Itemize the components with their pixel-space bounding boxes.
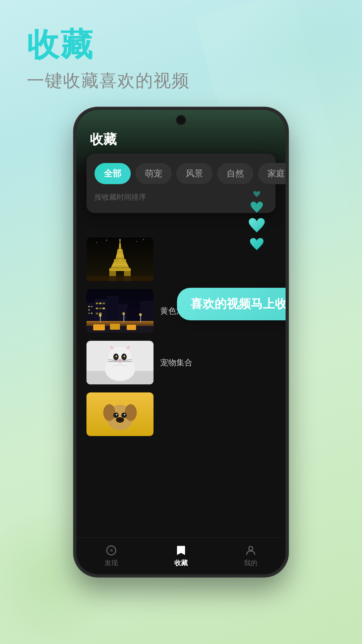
nav-label-discover: 发现 [105, 558, 118, 568]
eiffel-image [86, 237, 154, 281]
svg-rect-27 [99, 303, 102, 304]
video-thumb-3 [86, 341, 154, 384]
compass-icon [105, 544, 117, 556]
svg-rect-23 [88, 313, 90, 314]
svg-rect-20 [88, 306, 90, 307]
tooltip-bubble: 喜欢的视频马上收藏 [177, 288, 286, 320]
svg-rect-47 [140, 315, 141, 323]
svg-rect-28 [103, 303, 105, 304]
heart-large [248, 217, 265, 234]
main-title: 收藏 [27, 27, 190, 62]
svg-point-80 [120, 418, 123, 420]
svg-point-77 [124, 414, 125, 415]
phone-screen: 收藏 全部 萌宠 风景 自然 家庭 按收藏时间排序 [76, 110, 286, 574]
svg-rect-42 [127, 325, 136, 330]
video-item-1[interactable] [86, 237, 276, 281]
screen-title-bar: 收藏 [90, 130, 117, 149]
svg-rect-45 [123, 314, 124, 323]
person-icon [245, 544, 257, 556]
video-info-3: 宠物集合 [154, 357, 276, 368]
svg-rect-29 [96, 308, 98, 309]
heart-medium-2 [249, 237, 264, 252]
category-tabs: 全部 萌宠 风景 自然 家庭 [95, 163, 267, 184]
svg-point-1 [96, 242, 97, 243]
bookmark-icon [175, 544, 187, 556]
heart-small-1 [253, 191, 260, 198]
svg-point-48 [139, 313, 142, 316]
tab-nature[interactable]: 自然 [217, 163, 253, 184]
svg-point-84 [249, 546, 253, 550]
tab-scenery[interactable]: 风景 [176, 163, 213, 184]
video-item-3[interactable]: 宠物集合 [86, 341, 276, 384]
nav-label-favorites: 收藏 [174, 558, 188, 568]
tab-family[interactable]: 家庭 [258, 163, 286, 184]
svg-rect-14 [86, 276, 154, 281]
svg-rect-22 [88, 309, 90, 311]
phone-mockup: 收藏 全部 萌宠 风景 自然 家庭 按收藏时间排序 [74, 107, 288, 577]
hearts-container [248, 191, 265, 252]
phone-frame: 收藏 全部 萌宠 风景 自然 家庭 按收藏时间排序 [74, 107, 288, 577]
svg-point-63 [119, 359, 121, 361]
svg-rect-11 [109, 268, 131, 271]
nav-label-profile: 我的 [244, 558, 257, 568]
svg-point-70 [103, 404, 115, 421]
video-thumb-2 [86, 289, 154, 333]
video-item-4[interactable] [86, 392, 276, 436]
svg-point-76 [116, 414, 117, 415]
video-thumb-1 [86, 237, 154, 281]
svg-rect-32 [96, 313, 98, 314]
bottom-nav: 发现 收藏 我的 [76, 537, 286, 574]
tab-pets[interactable]: 萌宠 [135, 163, 172, 184]
svg-point-61 [116, 356, 117, 357]
svg-point-46 [122, 312, 125, 315]
svg-rect-26 [96, 303, 98, 304]
svg-point-78 [116, 417, 124, 423]
svg-rect-40 [93, 324, 105, 330]
svg-point-44 [99, 314, 102, 317]
video-thumb-4 [86, 392, 154, 436]
camera-notch [177, 116, 185, 124]
sub-title: 一键收藏喜欢的视频 [27, 69, 190, 93]
nav-item-discover[interactable]: 发现 [105, 544, 118, 568]
screen-title: 收藏 [90, 130, 117, 149]
svg-rect-21 [91, 306, 93, 307]
heart-medium-1 [250, 201, 263, 214]
svg-point-62 [124, 356, 125, 357]
svg-point-2 [106, 240, 107, 241]
nav-item-profile[interactable]: 我的 [244, 544, 257, 568]
category-panel: 全部 萌宠 风景 自然 家庭 按收藏时间排序 [86, 154, 276, 213]
city-image [86, 289, 154, 333]
svg-point-17 [119, 259, 121, 261]
svg-point-4 [136, 241, 137, 242]
svg-point-79 [117, 418, 120, 420]
sort-text: 按收藏时间排序 [95, 192, 267, 202]
svg-point-71 [125, 404, 137, 421]
svg-point-15 [119, 239, 121, 241]
nav-item-favorites[interactable]: 收藏 [174, 544, 188, 568]
svg-marker-83 [109, 548, 112, 552]
svg-point-5 [143, 239, 144, 240]
svg-rect-24 [91, 313, 93, 314]
tooltip-text: 喜欢的视频马上收藏 [190, 296, 286, 312]
svg-point-16 [119, 250, 121, 251]
svg-rect-30 [99, 308, 102, 309]
svg-rect-31 [103, 308, 105, 309]
video-title-3: 宠物集合 [160, 357, 276, 368]
svg-rect-43 [100, 316, 101, 323]
svg-rect-41 [110, 324, 120, 330]
header-section: 收藏 一键收藏喜欢的视频 [27, 27, 190, 93]
video-list: 黄色法拉... [76, 237, 286, 444]
tab-all[interactable]: 全部 [95, 163, 131, 184]
